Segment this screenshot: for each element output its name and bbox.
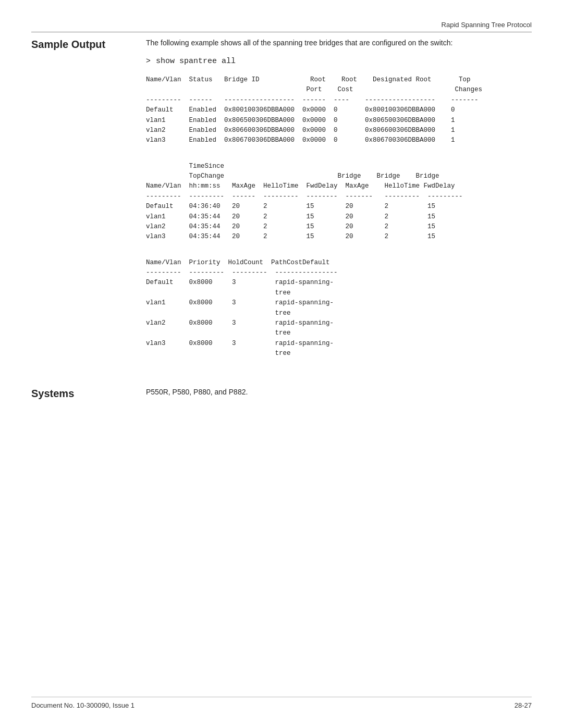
sample-output-section: Sample Output The following example show…	[31, 38, 532, 374]
systems-section: Systems P550R, P580, P880, and P882.	[31, 387, 532, 404]
footer-page-number: 28-27	[515, 701, 532, 709]
page-footer: Document No. 10-300090, Issue 1 28-27	[31, 697, 532, 709]
systems-text: P550R, P580, P880, and P882.	[146, 387, 532, 398]
chapter-title: Rapid Spanning Tree Protocol	[31, 21, 532, 29]
header-divider	[31, 32, 532, 32]
systems-content: P550R, P580, P880, and P882.	[146, 387, 532, 404]
sample-output-content: The following example shows all of the s…	[146, 38, 532, 374]
command-prefix: >	[146, 56, 151, 65]
command-text: show spantree all	[156, 57, 236, 66]
table2-block: TimeSince TopChange Bridge Bridge Bridge…	[146, 162, 532, 242]
table2-data: TimeSince TopChange Bridge Bridge Bridge…	[146, 162, 532, 242]
table3-block: Name/Vlan Priority HoldCount PathCostDef…	[146, 258, 532, 359]
command-block: > show spantree all	[146, 56, 532, 66]
table3-data: Name/Vlan Priority HoldCount PathCostDef…	[146, 258, 532, 359]
table1-block: Name/Vlan Status Bridge ID Root Root Des…	[146, 75, 532, 146]
sample-output-label: Sample Output	[31, 38, 146, 374]
table1-data: Name/Vlan Status Bridge ID Root Root Des…	[146, 75, 532, 146]
page: Rapid Spanning Tree Protocol Sample Outp…	[0, 0, 563, 728]
footer-doc-number: Document No. 10-300090, Issue 1	[31, 701, 134, 709]
sample-output-description: The following example shows all of the s…	[146, 38, 532, 48]
systems-label: Systems	[31, 387, 146, 404]
